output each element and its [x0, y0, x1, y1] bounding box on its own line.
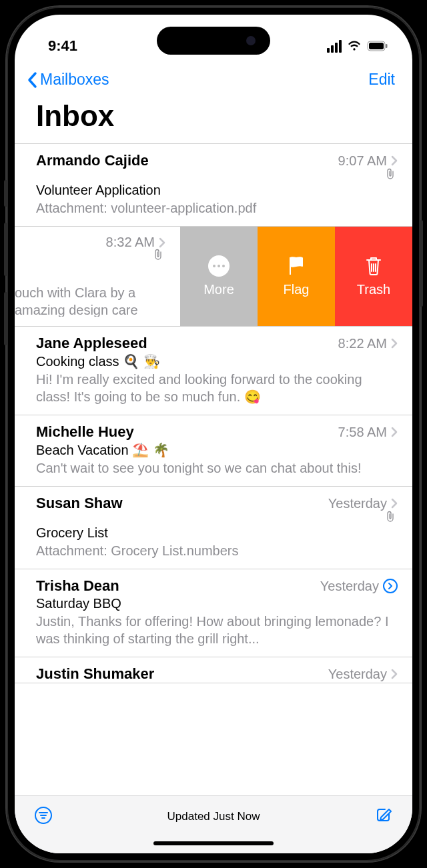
- swipe-trash-label: Trash: [357, 282, 390, 297]
- attachment-icon: [36, 511, 398, 524]
- sender-name: Trisha Dean: [36, 577, 119, 595]
- swipe-more-button[interactable]: More: [180, 227, 258, 326]
- mail-subject: Saturday BBQ: [36, 596, 398, 611]
- mail-preview: Can't wait to see you tonight so we can …: [36, 459, 398, 477]
- filter-button[interactable]: [33, 805, 53, 828]
- mail-time: 8:22 AM: [338, 336, 387, 351]
- mail-subject: Grocery List: [36, 525, 398, 541]
- mail-item[interactable]: Jane Appleseed 8:22 AM Cooking class 🍳 👨…: [15, 327, 412, 415]
- mail-time: Yesterday: [320, 579, 379, 594]
- mail-item[interactable]: Susan Shaw Yesterday Grocery List Attach…: [15, 487, 412, 569]
- nav-bar: Mailboxes Edit: [15, 63, 412, 97]
- attachment-icon: [15, 249, 165, 261]
- mail-time: 8:32 AM: [106, 235, 155, 250]
- status-icons: [327, 40, 388, 53]
- home-indicator[interactable]: [153, 841, 274, 845]
- sender-name: Susan Shaw: [36, 495, 123, 512]
- mail-preview: Justin, Thanks for offering! How about b…: [36, 613, 398, 647]
- phone-screen: 9:41 Mailboxes Edit Inbox: [15, 15, 412, 853]
- compose-button[interactable]: [374, 805, 394, 828]
- swipe-trash-button[interactable]: Trash: [335, 227, 412, 326]
- swipe-actions: More Flag Trash: [180, 227, 412, 326]
- dynamic-island: [157, 27, 270, 55]
- chevron-right-icon: [391, 155, 398, 166]
- mail-time: Yesterday: [328, 496, 387, 511]
- more-icon: [208, 255, 230, 277]
- svg-rect-2: [386, 44, 388, 48]
- chevron-left-icon: [27, 71, 39, 89]
- mail-preview: ouch with Clara by a amazing design care: [15, 284, 165, 317]
- mail-item[interactable]: Trisha Dean Yesterday Saturday BBQ Justi…: [15, 569, 412, 657]
- mail-time: Yesterday: [328, 667, 387, 682]
- flag-icon: [286, 255, 306, 277]
- edit-button[interactable]: Edit: [368, 71, 395, 89]
- battery-icon: [367, 41, 388, 51]
- mail-preview: Attachment: Grocery List.numbers: [36, 542, 398, 559]
- page-title: Inbox: [15, 97, 412, 143]
- attachment-icon: [36, 168, 398, 181]
- mail-time: 7:58 AM: [338, 425, 387, 440]
- back-label: Mailboxes: [40, 71, 109, 89]
- chevron-right-icon: [391, 498, 398, 509]
- cellular-icon: [327, 40, 342, 53]
- sender-name: Armando Cajide: [36, 152, 149, 169]
- mail-item[interactable]: Justin Shumaker Yesterday: [15, 657, 412, 683]
- trash-icon: [364, 255, 383, 277]
- chevron-right-icon: [159, 237, 165, 248]
- swipe-more-label: More: [203, 282, 234, 297]
- mail-item[interactable]: Armando Cajide 9:07 AM Volunteer Applica…: [15, 144, 412, 227]
- mail-subject: Cooking class 🍳 👨‍🍳: [36, 353, 398, 369]
- sender-name: Michelle Huey: [36, 423, 134, 441]
- toolbar-status: Updated Just Now: [167, 810, 260, 823]
- chevron-right-icon: [391, 338, 398, 349]
- svg-rect-1: [369, 43, 384, 49]
- mail-item-swiped[interactable]: 8:32 AM ouch with Clara by a amazing des…: [15, 227, 412, 327]
- mail-time: 9:07 AM: [338, 153, 387, 169]
- mail-preview: Attachment: volunteer-application.pdf: [36, 199, 398, 217]
- mail-item[interactable]: Michelle Huey 7:58 AM Beach Vacation ⛱️ …: [15, 415, 412, 487]
- mail-list[interactable]: Armando Cajide 9:07 AM Volunteer Applica…: [15, 143, 412, 795]
- back-button[interactable]: Mailboxes: [27, 71, 109, 89]
- mail-subject: Beach Vacation ⛱️ 🌴: [36, 442, 398, 458]
- status-time: 9:41: [48, 37, 77, 55]
- sender-name: Justin Shumaker: [36, 665, 154, 683]
- wifi-icon: [347, 41, 362, 51]
- swipe-flag-button[interactable]: Flag: [258, 227, 335, 326]
- mail-subject: Volunteer Application: [36, 183, 398, 198]
- mail-preview: Hi! I'm really excited and looking forwa…: [36, 371, 398, 405]
- swipe-flag-label: Flag: [284, 282, 310, 297]
- phone-frame: 9:41 Mailboxes Edit Inbox: [7, 7, 420, 861]
- thread-indicator-icon: [383, 579, 398, 593]
- sender-name: Jane Appleseed: [36, 335, 147, 352]
- chevron-right-icon: [391, 427, 398, 437]
- chevron-right-icon: [391, 669, 398, 679]
